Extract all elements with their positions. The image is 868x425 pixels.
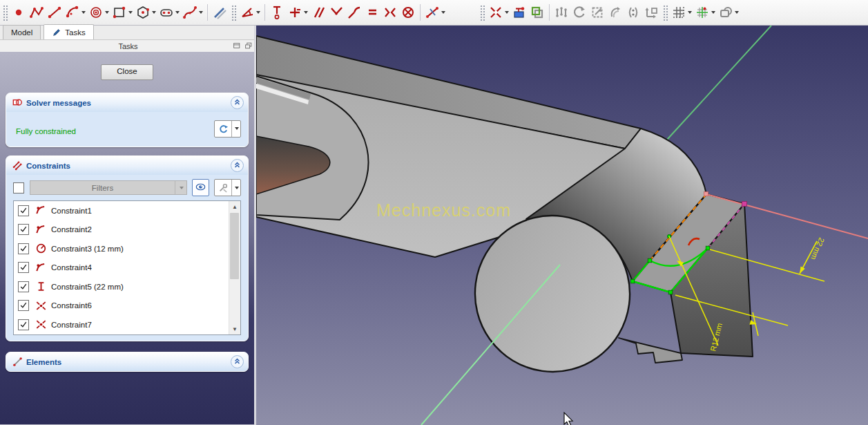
constraint-list-item[interactable]: Constraint2 [14,220,240,240]
pencil-icon [52,28,61,37]
create-point-button[interactable] [10,2,28,23]
constraint-label: Constraint5 (22 mm) [51,283,124,291]
dropdown-arrow-icon[interactable] [735,11,739,14]
constrain-parallel-button[interactable] [309,2,327,23]
constraint-label: Constraint4 [51,263,92,272]
dropdown-arrow-icon[interactable] [152,11,156,14]
solver-messages-section: Solver messages Fully constrained [6,93,249,147]
update-solver-button[interactable] [214,120,241,138]
scroll-up-icon[interactable]: ▲ [229,201,240,212]
tab-model[interactable]: Model [3,25,41,39]
carbon-copy-button[interactable] [528,2,546,23]
constraint-list-item[interactable]: Constraint6 [14,296,240,316]
sketcher-toolbar [0,0,868,26]
toolbar-separator [264,4,265,21]
select-constraints-button[interactable] [552,2,570,23]
edit-sketch-button[interactable] [211,2,229,23]
constrain-horizontal-vertical-button[interactable] [286,2,309,23]
radius-constraint [35,243,47,254]
constrain-angle-button[interactable] [238,2,262,23]
tasks-dock-titlebar: Tasks [0,40,256,52]
tangent-constraint [35,224,47,236]
constrain-tangent-button[interactable] [345,2,363,23]
constraint-checkbox[interactable] [18,319,29,330]
tasks-panel: Close Solver messages Fully constrained … [0,52,254,425]
close-button[interactable]: Close [101,64,153,80]
constraint-checkbox[interactable] [18,205,29,216]
scroll-down-icon[interactable]: ▼ [229,323,240,334]
dropdown-arrow-icon[interactable] [175,11,180,14]
constrain-distance-y-button[interactable] [268,2,286,23]
axis-endpoint[interactable] [742,202,747,207]
elements-section: Elements [6,352,249,372]
dropdown-arrow-icon[interactable] [304,11,308,14]
filters-combobox[interactable]: Filters [30,180,187,195]
tab-tasks[interactable]: Tasks [44,24,93,39]
3d-viewport[interactable]: 22 mm R12 mm Mechnexus.com [256,26,868,425]
float-window-icon[interactable] [243,41,253,50]
constraint-label: Constraint1 [51,207,92,215]
constraint-list-item[interactable]: Constraint7 [14,315,240,334]
dock-window-icon[interactable] [231,41,242,50]
constraint-checkbox[interactable] [18,300,29,311]
collapse-solver-button[interactable] [231,96,244,109]
collapse-constraints-button[interactable] [231,159,244,172]
sketch-tools-group [477,0,660,25]
toggle-snap-button[interactable] [693,2,717,23]
constraint-list-item[interactable]: Constraint1 [14,201,240,220]
dropdown-arrow-icon[interactable] [81,11,86,14]
symmetry-button[interactable] [624,2,642,23]
constraint-list-item[interactable]: Constraint5 (22 mm) [14,277,240,296]
constrain-symmetric-button[interactable] [381,2,399,23]
create-polyline-button[interactable] [28,2,46,23]
dropdown-arrow-icon[interactable] [688,11,692,14]
filter-checkbox[interactable] [13,182,24,193]
constrain-equal-button[interactable] [363,2,381,23]
constrain-block-button[interactable] [399,2,417,23]
constrain-distance-button[interactable] [423,2,447,23]
dropdown-arrow-icon[interactable] [105,11,109,14]
trim-edge-button[interactable] [487,2,510,23]
create-slot-button[interactable] [157,2,181,23]
toolbar-grip[interactable] [662,4,668,21]
create-circle-button[interactable] [87,2,110,23]
toolbar-separator [549,4,550,21]
dropdown-arrow-icon[interactable] [128,11,133,14]
constraint-checkbox[interactable] [18,243,29,254]
move-button[interactable] [642,2,660,23]
constraint-list-item[interactable]: Constraint3 (12 mm) [14,239,240,258]
create-bspline-button[interactable] [181,2,204,23]
constraint-settings-button[interactable] [214,179,241,196]
dropdown-arrow-icon[interactable] [711,11,715,14]
constrain-perpendicular-button[interactable] [327,2,345,23]
tab-tasks-label: Tasks [65,28,85,37]
dropdown-arrow-icon[interactable] [441,11,445,14]
validate-sketch-button[interactable] [510,2,528,23]
constraint-label: Constraint3 (12 mm) [51,245,124,253]
constraint-checkbox[interactable] [18,262,29,273]
rescale-button[interactable] [588,2,606,23]
sketch-origin-point[interactable] [704,192,708,196]
toolbar-grip[interactable] [479,4,485,21]
constraint-list-item[interactable]: Constraint4 [14,258,240,278]
constraint-checkbox[interactable] [18,281,29,292]
create-arc-button[interactable] [64,2,87,23]
show-hide-constraints-button[interactable] [192,179,209,196]
create-rectangle-button[interactable] [110,2,134,23]
offset-button[interactable] [606,2,624,23]
dropdown-arrow-icon[interactable] [199,11,203,14]
list-scrollbar[interactable]: ▲ ▼ [229,201,240,334]
toolbar-grip[interactable] [231,4,236,21]
scrollbar-thumb[interactable] [230,213,239,279]
clone-button[interactable] [570,2,588,23]
dropdown-arrow-icon[interactable] [256,11,260,14]
toolbar-grip[interactable] [2,4,8,21]
collapse-elements-button[interactable] [231,355,244,368]
render-order-button[interactable] [717,2,740,23]
create-line-button[interactable] [46,2,64,23]
toggle-grid-button[interactable] [670,2,693,23]
constraint-checkbox[interactable] [18,224,29,235]
create-polygon-button[interactable] [134,2,157,23]
dropdown-arrow-icon[interactable] [505,11,509,14]
symmetric-constraint [35,300,47,312]
